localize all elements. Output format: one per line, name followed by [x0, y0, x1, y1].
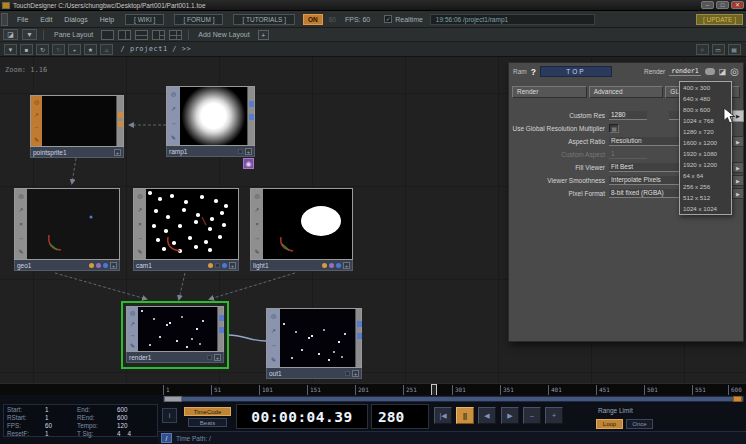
node-name-bar[interactable]: out1 +: [266, 368, 362, 379]
refresh-disabled-button[interactable]: ↻: [52, 44, 65, 55]
power-toggle[interactable]: ON: [303, 14, 323, 25]
viewer-flag-icon[interactable]: ◎: [34, 99, 39, 105]
viewer-flag-icon[interactable]: ◎: [18, 193, 23, 199]
jump-icon[interactable]: ↗: [130, 321, 135, 327]
layout-preset-hsplit[interactable]: [135, 30, 148, 40]
node-light1[interactable]: ◎ ↗ × → ✎ light1: [250, 188, 353, 271]
layout-preset-vsplit[interactable]: [118, 30, 131, 40]
update-button[interactable]: [ UPDATE ]: [696, 14, 743, 25]
arrow-icon[interactable]: →: [137, 235, 143, 241]
node-name-bar[interactable]: light1 +: [250, 260, 353, 271]
network-editor[interactable]: Zoom: 1.16 ◎ ↗ → ✎: [0, 57, 746, 383]
go-to-start-button[interactable]: |◀: [434, 407, 452, 424]
beats-mode-button[interactable]: Beats: [188, 418, 227, 427]
wiki-button[interactable]: [ WIKI ]: [125, 14, 164, 25]
once-button[interactable]: Once: [626, 419, 653, 429]
node-name-bar[interactable]: render1 +: [126, 352, 224, 363]
pane-circle-icon[interactable]: ○: [696, 44, 709, 55]
tempo-value[interactable]: 120: [117, 422, 154, 429]
menu-edit[interactable]: Edit: [40, 16, 52, 23]
family-button[interactable]: TOP: [540, 66, 612, 77]
fps-value[interactable]: 60: [45, 422, 77, 429]
menu-item-res[interactable]: 640 x 480: [680, 93, 731, 104]
pickable-flag[interactable]: [336, 263, 341, 268]
node-cam1[interactable]: ◎ ↗ × → ✎ cam1: [133, 188, 239, 271]
node-ramp1[interactable]: ◎ ↗ → ✎ ramp1 + ◉: [166, 86, 255, 157]
timeline-options-button[interactable]: i: [162, 408, 177, 423]
delete-icon[interactable]: ×: [255, 221, 259, 227]
play-forward-button[interactable]: ▶: [501, 407, 519, 424]
pane-split-icon[interactable]: ▤: [728, 44, 741, 55]
node-name-bar[interactable]: ramp1 +: [166, 146, 255, 157]
arrow-icon[interactable]: →: [271, 342, 277, 348]
tutorials-button[interactable]: [ TUTORIALS ]: [233, 14, 294, 25]
minimize-button[interactable]: –: [701, 1, 714, 9]
refresh-button[interactable]: ↻: [36, 44, 49, 55]
top-output-connector[interactable]: [249, 101, 254, 107]
menu-item-res[interactable]: 1920 x 1200: [680, 159, 731, 170]
comment-bubble-icon[interactable]: [705, 68, 715, 75]
tab-advanced[interactable]: Advanced: [589, 86, 664, 98]
top-output-connector[interactable]: [249, 114, 254, 120]
arrow-icon[interactable]: →: [171, 120, 177, 126]
menu-item-res[interactable]: 1920 x 1080: [680, 148, 731, 159]
loop-button[interactable]: Loop: [596, 419, 623, 429]
menu-item-res[interactable]: 1024 x 1024: [680, 203, 731, 214]
pickable-flag[interactable]: [103, 263, 108, 268]
mat-connector[interactable]: [118, 112, 123, 118]
jump-icon[interactable]: ↗: [271, 328, 276, 334]
pick-icon[interactable]: ✎: [137, 249, 142, 255]
top-output-connector[interactable]: [357, 321, 362, 327]
jump-icon[interactable]: ↗: [254, 207, 259, 213]
viewer-smoothness-menu-button[interactable]: ▶: [732, 175, 744, 186]
viewer-flag-icon[interactable]: ◎: [271, 313, 276, 319]
delete-icon[interactable]: ×: [138, 221, 142, 227]
add-layout-button[interactable]: +: [258, 30, 269, 40]
custom-aspect-field[interactable]: 1: [609, 150, 647, 159]
tsig-value[interactable]: 4 4: [117, 430, 154, 437]
pane-type-dropdown[interactable]: ▼: [4, 44, 17, 55]
viewer-flag-icon[interactable]: ◎: [130, 310, 135, 316]
resetf-value[interactable]: 1: [45, 430, 77, 437]
pane-dropdown-icon[interactable]: ▼: [22, 29, 37, 40]
pick-icon[interactable]: ✎: [18, 249, 23, 255]
render-flag[interactable]: [208, 263, 213, 268]
operator-name-field[interactable]: render1: [669, 67, 700, 76]
node-pointsprite1[interactable]: ◎ ↗ → ✎ pointsprite1 +: [30, 95, 124, 158]
expand-flags-button[interactable]: +: [214, 354, 221, 361]
step-back-button[interactable]: –: [523, 407, 541, 424]
display-flag[interactable]: [215, 263, 220, 268]
rstart-value[interactable]: 1: [45, 414, 77, 421]
layout-preset-quad[interactable]: [169, 30, 182, 40]
start-value[interactable]: 1: [45, 406, 77, 413]
realtime-checkbox[interactable]: ✓: [384, 15, 392, 23]
menu-item-res[interactable]: 1280 x 720: [680, 126, 731, 137]
step-forward-button[interactable]: +: [545, 407, 563, 424]
jump-icon[interactable]: ↗: [18, 207, 23, 213]
timeline-range-end-handle[interactable]: [733, 396, 742, 402]
pin-label[interactable]: Ram: [513, 68, 527, 75]
node-name-bar[interactable]: cam1 +: [133, 260, 239, 271]
fill-viewer-menu-button[interactable]: ▶: [732, 162, 744, 173]
jump-icon[interactable]: ↗: [34, 112, 39, 118]
pick-icon[interactable]: ✎: [34, 137, 39, 143]
node-name-bar[interactable]: geo1 +: [14, 260, 120, 271]
rend-value[interactable]: 600: [117, 414, 154, 421]
pick-icon[interactable]: ✎: [271, 357, 276, 363]
expand-flags-button[interactable]: +: [229, 262, 236, 269]
end-value[interactable]: 600: [117, 406, 154, 413]
node-out1[interactable]: ◎ ↗ → ✎ out1 +: [266, 308, 362, 379]
frame-display[interactable]: 280: [371, 404, 429, 429]
pane-window-icon[interactable]: ◪: [3, 29, 18, 40]
target-icon[interactable]: ◎: [730, 66, 739, 77]
menu-item-res[interactable]: 256 x 256: [680, 181, 731, 192]
add-button[interactable]: +: [68, 44, 81, 55]
aspect-ratio-menu-button[interactable]: ▶: [732, 136, 744, 147]
top-output-connector[interactable]: [219, 315, 224, 321]
expand-flags-button[interactable]: +: [245, 148, 252, 155]
timeline-scroll-handle[interactable]: [164, 396, 182, 402]
arrow-icon[interactable]: →: [18, 235, 24, 241]
maximize-button[interactable]: □: [716, 1, 729, 9]
pane-maximize-icon[interactable]: ▭: [712, 44, 725, 55]
display-flag[interactable]: [329, 263, 334, 268]
